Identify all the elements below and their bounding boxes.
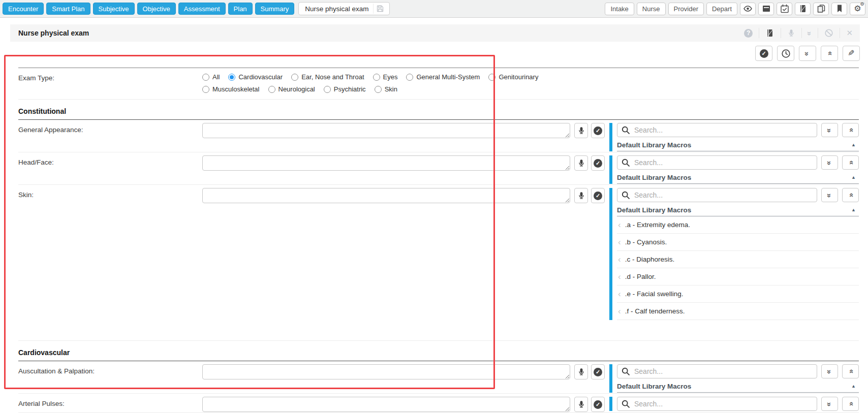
gears-button[interactable]: ⚙⚙ [850, 3, 865, 15]
radio-label: Musculoskeletal [212, 85, 260, 93]
expand-results-button[interactable]: » [821, 397, 838, 411]
dictate-button[interactable] [574, 188, 588, 203]
arterial-pulses-textarea[interactable] [202, 397, 570, 412]
dictate-button[interactable] [574, 123, 588, 138]
radio-option-all[interactable]: All [202, 73, 220, 81]
auscultation-palpation-textarea[interactable] [202, 364, 570, 379]
stage-button-depart[interactable]: Depart [706, 3, 737, 15]
nav-button-summary[interactable]: Summary [255, 3, 295, 15]
close-icon[interactable]: ✕ [840, 28, 859, 38]
stage-button-provider[interactable]: Provider [668, 3, 704, 15]
collapse-results-button[interactable]: » [842, 364, 859, 378]
save-icon[interactable] [373, 4, 387, 14]
macro-search-input[interactable] [617, 364, 817, 378]
confirm-button[interactable]: ✓ [591, 155, 605, 171]
radio-option-cardiovascular[interactable]: Cardiovascular [228, 73, 283, 81]
macro-library-header[interactable]: Default Library Macros▲ [617, 172, 859, 184]
macro-library-header[interactable]: Default Library Macros▲ [617, 204, 859, 216]
collapse-results-button[interactable]: » [842, 188, 859, 202]
copy-pages-button[interactable] [813, 3, 829, 15]
macro-item[interactable]: ‹.a - Extremity edema. [617, 216, 859, 234]
macro-search [617, 123, 817, 137]
skin-textarea[interactable] [202, 188, 570, 203]
confirm-button[interactable]: ✓ [591, 188, 605, 203]
macro-item[interactable]: ‹.e - Facial swelling. [617, 285, 859, 303]
book-button[interactable] [795, 3, 811, 15]
archive-box-button[interactable] [758, 3, 774, 15]
field-row-general-appearance: General Appearance:✓»»Default Library Ma… [18, 120, 859, 152]
radio-option-eyes[interactable]: Eyes [373, 73, 398, 81]
nav-button-assessment[interactable]: Assessment [178, 3, 226, 15]
expand-all-button[interactable]: » [799, 46, 816, 61]
history-clock-icon [781, 49, 791, 58]
calendar-check-button[interactable] [777, 3, 792, 15]
macro-panel: »»Default Library Macros▲ [609, 123, 859, 151]
document-tab[interactable]: Nurse physical exam [298, 2, 389, 15]
macro-item[interactable]: ‹.d - Pallor. [617, 268, 859, 285]
collapse-results-button[interactable]: » [842, 155, 859, 170]
collapse-caret-icon: ▲ [851, 175, 856, 180]
macro-item[interactable]: ‹.b - Cyanosis. [617, 234, 859, 251]
macro-search-input[interactable] [617, 123, 817, 137]
chevron-double-down-icon: » [826, 128, 833, 132]
microphone-icon [577, 368, 585, 376]
radio-option-genitourinary[interactable]: Genitourinary [488, 73, 538, 81]
head-face-textarea[interactable] [202, 155, 570, 171]
nav-button-objective[interactable]: Objective [137, 3, 176, 15]
book-icon[interactable] [759, 28, 781, 38]
toolbar-icon-group: ⚙⚙ [740, 3, 865, 15]
collapse-results-button[interactable]: » [842, 123, 859, 137]
gears-icon: ⚙⚙ [854, 5, 861, 13]
macro-item[interactable]: ‹.f - Calf tenderness. [617, 303, 859, 320]
macro-search-input[interactable] [617, 188, 817, 202]
radio-option-musculoskeletal[interactable]: Musculoskeletal [202, 85, 260, 93]
disable-icon[interactable] [818, 28, 840, 38]
chevron-left-icon: ‹ [618, 220, 621, 229]
radio-option-neurological[interactable]: Neurological [268, 85, 315, 93]
stage-button-intake[interactable]: Intake [605, 3, 634, 15]
radio-option-ear-nose-and-throat[interactable]: Ear, Nose and Throat [291, 73, 364, 81]
edit-pencil-button[interactable]: ✎ [843, 46, 860, 61]
macro-search-input[interactable] [617, 397, 817, 411]
field-row-head-face: Head/Face:✓»»Default Library Macros▲ [18, 152, 859, 185]
expand-results-button[interactable]: » [821, 188, 838, 202]
expand-results-button[interactable]: » [821, 364, 838, 378]
eye-button[interactable] [740, 3, 756, 15]
edit-pencil-icon: ✎ [848, 49, 854, 57]
chevron-double-up-icon: » [847, 369, 854, 373]
nav-button-encounter[interactable]: Encounter [3, 3, 44, 15]
macro-item[interactable]: ‹.c - Diaphoresis. [617, 251, 859, 268]
dictate-button[interactable] [574, 155, 588, 171]
macro-library-header[interactable]: Default Library Macros▲ [617, 139, 859, 151]
radio-option-skin[interactable]: Skin [375, 85, 397, 93]
macro-panel: »» [609, 397, 859, 411]
expand-results-button[interactable]: » [821, 123, 838, 137]
confirm-button[interactable]: ✓ [591, 123, 605, 138]
nav-button-subjective[interactable]: Subjective [93, 3, 135, 15]
history-clock-button[interactable] [777, 46, 794, 61]
confirm-button[interactable]: ✓ [591, 364, 605, 379]
collapse-all-button[interactable]: » [821, 46, 838, 61]
microphone-icon[interactable] [781, 28, 801, 38]
radio-option-psychiatric[interactable]: Psychiatric [324, 85, 366, 93]
collapse-caret-icon: ▲ [851, 208, 856, 212]
nav-button-plan[interactable]: Plan [228, 3, 253, 15]
mark-complete-button[interactable]: ✓ [755, 46, 772, 61]
stage-button-nurse[interactable]: Nurse [637, 3, 666, 15]
dictate-button[interactable] [574, 397, 588, 412]
macro-search-input[interactable] [617, 155, 817, 170]
nav-button-smart-plan[interactable]: Smart Plan [46, 3, 90, 15]
macro-panel: »»Default Library Macros▲ [609, 155, 859, 184]
bookmark-button[interactable] [831, 3, 847, 15]
dictate-button[interactable] [574, 364, 588, 379]
collapse-results-button[interactable]: » [842, 397, 859, 411]
help-icon[interactable]: ? [738, 28, 759, 38]
exam-form: Exam Type: AllCardiovascularEar, Nose an… [18, 68, 859, 413]
confirm-button[interactable]: ✓ [591, 397, 605, 412]
chevron-double-down-icon: » [826, 369, 833, 373]
macro-library-header[interactable]: Default Library Macros▲ [617, 380, 859, 393]
general-appearance-textarea[interactable] [202, 123, 570, 138]
collapse-section-icon[interactable]: » [801, 28, 818, 38]
radio-option-general-multi-system[interactable]: General Multi-System [406, 73, 480, 81]
expand-results-button[interactable]: » [821, 155, 838, 170]
